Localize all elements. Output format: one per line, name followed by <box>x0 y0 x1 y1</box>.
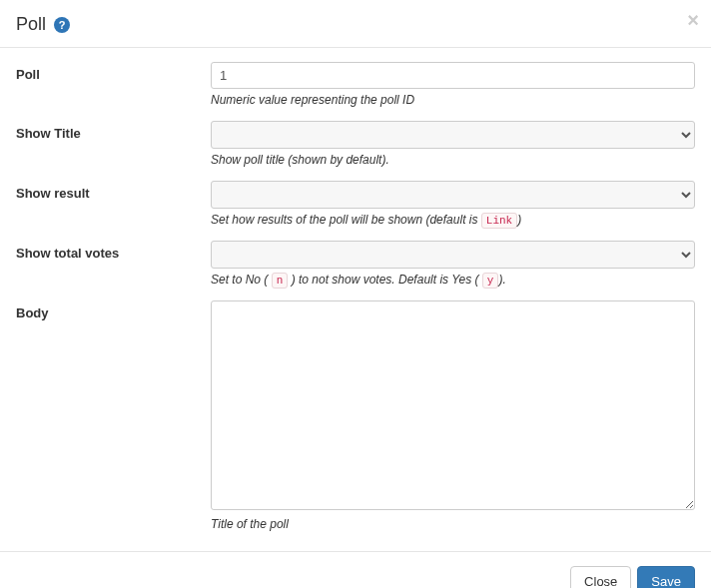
label-show-result: Show result <box>16 181 211 201</box>
title-text: Poll <box>16 14 46 35</box>
modal-header: Poll ? × <box>0 0 711 47</box>
label-show-total-votes: Show total votes <box>16 241 211 261</box>
close-icon[interactable]: × <box>687 10 699 30</box>
help-body: Title of the poll <box>211 517 695 531</box>
code-chip-n: n <box>272 273 289 289</box>
select-show-title[interactable] <box>211 121 695 149</box>
label-show-title: Show Title <box>16 121 211 141</box>
label-body: Body <box>16 300 211 320</box>
select-show-result[interactable] <box>211 181 695 209</box>
modal-title: Poll ? <box>16 14 695 35</box>
row-show-title: Show Title Show poll title (shown by def… <box>16 121 695 167</box>
help-show-result: Set how results of the poll will be show… <box>211 213 695 227</box>
row-show-result: Show result Set how results of the poll … <box>16 181 695 227</box>
code-chip-link: Link <box>481 213 517 229</box>
modal-footer: Close Save <box>0 552 711 588</box>
modal-body: Poll Numeric value representing the poll… <box>0 47 711 552</box>
row-show-total-votes: Show total votes Set to No ( n ) to not … <box>16 241 695 287</box>
row-poll: Poll Numeric value representing the poll… <box>16 62 695 107</box>
input-poll[interactable] <box>211 62 695 89</box>
save-button[interactable]: Save <box>637 566 695 588</box>
help-show-total-votes: Set to No ( n ) to not show votes. Defau… <box>211 273 695 287</box>
help-icon[interactable]: ? <box>54 17 70 33</box>
textarea-body[interactable] <box>211 300 695 510</box>
help-show-title: Show poll title (shown by default). <box>211 153 695 167</box>
code-chip-y: y <box>482 273 499 289</box>
label-poll: Poll <box>16 62 211 82</box>
close-button[interactable]: Close <box>570 566 631 588</box>
select-show-total-votes[interactable] <box>211 241 695 269</box>
help-poll: Numeric value representing the poll ID <box>211 93 695 107</box>
row-body: Body Title of the poll <box>16 300 695 531</box>
